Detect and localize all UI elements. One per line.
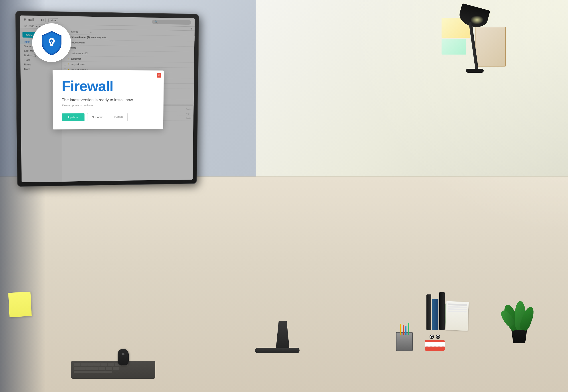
firewall-subtitle: The latest version is ready to install n… <box>62 98 155 102</box>
holder-cup <box>396 332 413 351</box>
not-now-button[interactable]: Not now <box>87 113 107 121</box>
shield-svg <box>40 29 64 56</box>
sticky-note <box>8 292 32 317</box>
paper-stack <box>446 301 469 331</box>
lamp-glow <box>470 15 484 24</box>
svg-rect-4 <box>51 42 52 44</box>
dialog-buttons: Update Not now Details <box>62 113 155 121</box>
pencil-1 <box>400 324 401 335</box>
shield-icon-container <box>32 23 71 62</box>
paper-line-3 <box>448 308 466 310</box>
firewall-title: Firewall <box>62 79 155 93</box>
pencil-4 <box>408 322 409 335</box>
firewall-dialog: ✕ Firewall The latest version is ready t… <box>53 70 164 129</box>
wall-note-2 <box>441 39 466 55</box>
pencil-2 <box>403 325 404 335</box>
mouse-scroll <box>122 353 124 355</box>
pencil-holder <box>396 332 413 351</box>
details-button[interactable]: Details <box>110 113 128 121</box>
desk-surface <box>0 177 568 392</box>
keyboard-spacebar-row <box>74 371 153 373</box>
paper-line-2 <box>448 306 466 308</box>
shield-circle <box>32 23 71 62</box>
paper-line-1 <box>448 304 467 306</box>
toy-body <box>425 340 445 351</box>
binder-3 <box>439 292 445 330</box>
binder-2 <box>432 299 438 330</box>
monitor-base <box>255 348 300 353</box>
pencil-3 <box>405 326 407 335</box>
teeth-toy <box>425 335 445 351</box>
lamp-base <box>466 69 484 73</box>
keyboard-row-1 <box>74 363 153 366</box>
frame-content <box>476 27 505 66</box>
mouse[interactable] <box>117 349 129 365</box>
teeth-top <box>425 342 445 347</box>
keyboard-keys <box>71 361 155 375</box>
dialog-close-button[interactable]: ✕ <box>157 73 161 78</box>
close-icon: ✕ <box>158 74 160 77</box>
update-button[interactable]: Update <box>62 113 85 121</box>
plant <box>506 308 533 343</box>
paper-line-4 <box>448 311 466 313</box>
binder-1 <box>426 294 431 330</box>
firewall-description: Please update to continue. <box>62 104 155 107</box>
keyboard-row-2 <box>74 367 153 370</box>
plant-leaves <box>506 294 533 330</box>
photo-frame <box>475 27 506 67</box>
keyboard <box>71 361 155 379</box>
